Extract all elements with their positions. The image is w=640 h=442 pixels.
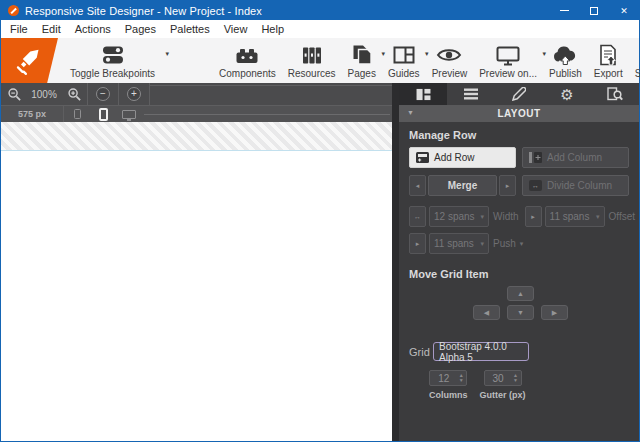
panel-resizer[interactable]: [392, 83, 399, 441]
move-up-button[interactable]: ▲: [507, 286, 534, 301]
divide-column-label: Divide Column: [547, 180, 612, 191]
design-workspace: 100% − +: [1, 83, 392, 441]
publish-cloud-icon: [552, 44, 579, 67]
push-spans-value: 11 spans: [434, 238, 474, 249]
tab-inspector[interactable]: [591, 83, 639, 105]
offset-spans-value: 11 spans: [550, 211, 590, 222]
move-left-button[interactable]: ◀: [473, 305, 500, 320]
menu-file[interactable]: File: [3, 20, 35, 38]
move-down-button[interactable]: ▼: [507, 305, 534, 320]
components-button[interactable]: Components: [213, 38, 282, 83]
toggle-breakpoints-dropdown-icon[interactable]: ▾: [166, 50, 170, 58]
gutter-stepper[interactable]: 30 ▲ ▼: [484, 370, 522, 386]
merge-right-button[interactable]: ▸: [499, 175, 516, 196]
push-label: Push: [493, 238, 516, 249]
design-canvas[interactable]: [1, 151, 392, 441]
move-right-button[interactable]: ▶: [541, 305, 568, 320]
menu-edit[interactable]: Edit: [35, 20, 68, 38]
gutter-spin-down-icon[interactable]: ▼: [512, 378, 520, 383]
menu-view[interactable]: View: [217, 20, 255, 38]
maximize-button[interactable]: [579, 1, 609, 20]
components-label: Components: [219, 68, 276, 79]
guides-label: Guides: [388, 68, 420, 79]
menu-pages[interactable]: Pages: [118, 20, 163, 38]
resources-button[interactable]: Resources: [282, 38, 342, 83]
preview-on-button[interactable]: ▾ Preview on...: [473, 38, 543, 83]
offset-spans-select[interactable]: 11 spans ▾: [545, 206, 605, 227]
width-spans-value: 12 spans: [434, 211, 475, 222]
menu-palettes[interactable]: Palettes: [163, 20, 217, 38]
width-icon-button[interactable]: ↔: [409, 206, 426, 227]
canvas-margin-stripe: [1, 122, 392, 151]
push-icon-button[interactable]: ▸: [409, 233, 426, 254]
guides-button[interactable]: ▾ Guides: [382, 38, 426, 83]
preview-button[interactable]: Preview: [426, 38, 474, 83]
menu-actions[interactable]: Actions: [68, 20, 118, 38]
window-controls: ✕: [549, 1, 639, 20]
breakpoint-slider-track[interactable]: [144, 114, 390, 115]
offset-icon-button[interactable]: ▸: [525, 206, 542, 227]
columns-label: Columns: [429, 390, 468, 400]
close-button[interactable]: ✕: [609, 1, 639, 20]
pages-label: Pages: [348, 68, 376, 79]
add-column-button[interactable]: Add Column: [522, 147, 629, 168]
layout-pane-header[interactable]: ▼ LAYOUT: [399, 105, 639, 122]
tab-layout[interactable]: [399, 83, 447, 105]
tab-design[interactable]: [495, 83, 543, 105]
app-window: Responsive Site Designer - New Project -…: [0, 0, 640, 442]
add-row-button[interactable]: Add Row: [409, 147, 516, 168]
add-breakpoint-button[interactable]: +: [119, 83, 149, 105]
move-right-icon: ▶: [552, 309, 557, 317]
menu-bar: File Edit Actions Pages Palettes View He…: [1, 20, 639, 38]
remove-breakpoint-button[interactable]: −: [88, 83, 118, 105]
grid-framework-value: Bootstrap 4.0.0 Alpha 5: [439, 341, 528, 363]
pages-button[interactable]: ▾ Pages: [342, 38, 382, 83]
menu-help[interactable]: Help: [254, 20, 291, 38]
gutter-value: 30: [485, 373, 512, 384]
breakpoint-ruler-track: [150, 85, 392, 86]
breakpoint-bar: 575 px: [1, 105, 392, 122]
guides-icon: [392, 44, 416, 67]
collapse-icon[interactable]: ▼: [407, 109, 414, 117]
export-label: Export: [594, 68, 623, 79]
phone-small-icon: [74, 109, 81, 119]
publish-label: Publish: [549, 68, 582, 79]
width-spans-select[interactable]: 12 spans ▾: [429, 206, 489, 227]
grid-framework-select[interactable]: Bootstrap 4.0.0 Alpha 5: [433, 342, 529, 361]
columns-stepper[interactable]: 12 ▲ ▼: [429, 370, 467, 386]
merge-left-button[interactable]: ◂: [409, 175, 426, 196]
export-button[interactable]: Export: [588, 38, 629, 83]
columns-spin-down-icon[interactable]: ▼: [457, 378, 465, 383]
add-column-icon: [529, 152, 542, 163]
move-down-icon: ▼: [517, 309, 524, 316]
tab-settings[interactable]: ⚙: [543, 83, 591, 105]
merge-button[interactable]: Merge: [428, 175, 497, 196]
resources-label: Resources: [288, 68, 336, 79]
publish-button[interactable]: Publish: [543, 38, 588, 83]
components-icon: [234, 44, 260, 67]
toggle-breakpoints-label: Toggle Breakpoints: [70, 68, 155, 79]
divide-column-button[interactable]: ↔ Divide Column: [522, 175, 629, 196]
zoom-in-button[interactable]: [61, 83, 87, 105]
device-phone-small-button[interactable]: [64, 106, 90, 122]
minimize-icon: [560, 10, 569, 11]
add-column-label: Add Column: [547, 152, 602, 163]
zoom-out-button[interactable]: [1, 83, 27, 105]
close-icon: ✕: [620, 6, 628, 16]
device-desktop-button[interactable]: [116, 106, 142, 122]
toolbar-right-group: Publish Export ⚙ Settings: [543, 38, 640, 83]
tab-elements[interactable]: [447, 83, 495, 105]
width-select-arrow-icon: ▾: [480, 213, 484, 221]
device-phone-button[interactable]: [90, 106, 116, 122]
minimize-button[interactable]: [549, 1, 579, 20]
maximize-icon: [590, 7, 598, 15]
width-icon: ↔: [414, 213, 421, 220]
zoom-in-icon: [67, 87, 82, 102]
settings-button[interactable]: ⚙ Settings: [629, 38, 640, 83]
zoom-level-value: 100%: [27, 89, 61, 100]
move-up-icon: ▲: [517, 290, 524, 297]
breakpoint-width-value: 575 px: [1, 109, 63, 119]
merge-left-icon: ◂: [416, 182, 420, 190]
toggle-breakpoints-button[interactable]: ▾ Toggle Breakpoints: [64, 38, 161, 83]
push-spans-select[interactable]: 11 spans ▾: [429, 233, 489, 254]
